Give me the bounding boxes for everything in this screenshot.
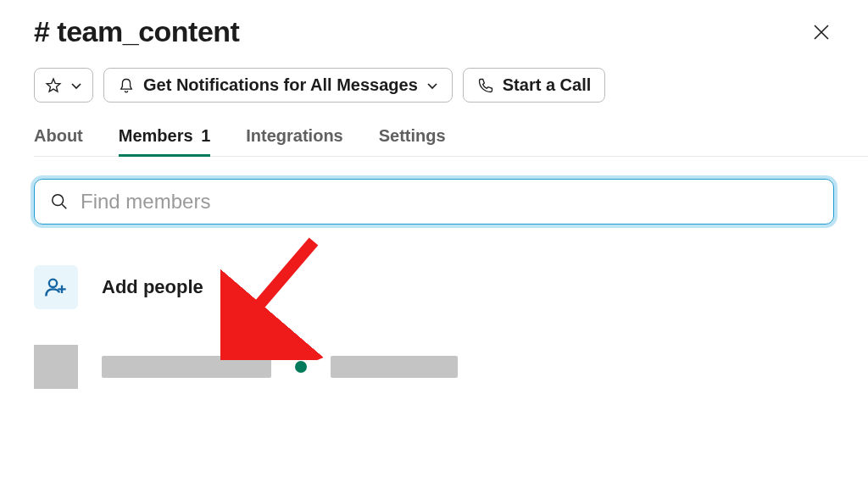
add-people-label: Add people: [102, 276, 203, 298]
star-icon: [45, 77, 62, 94]
person-add-icon: [44, 275, 68, 299]
search-input[interactable]: [81, 190, 818, 214]
toolbar: Get Notifications for All Messages Start…: [34, 68, 834, 103]
start-call-button[interactable]: Start a Call: [463, 68, 605, 103]
tab-about[interactable]: About: [34, 126, 83, 156]
notifications-button[interactable]: Get Notifications for All Messages: [103, 68, 453, 103]
tab-members-label: Members: [119, 126, 193, 145]
tab-integrations[interactable]: Integrations: [246, 126, 342, 156]
presence-indicator: [295, 361, 307, 373]
bell-icon: [118, 76, 135, 95]
member-row[interactable]: [34, 345, 834, 389]
member-meta-placeholder: [331, 356, 458, 378]
tab-members-count: 1: [201, 126, 210, 145]
close-button[interactable]: [809, 19, 834, 49]
svg-point-1: [49, 280, 57, 287]
search-field[interactable]: [34, 179, 834, 225]
svg-point-0: [53, 195, 64, 206]
close-icon: [812, 23, 831, 42]
star-dropdown-button[interactable]: [34, 68, 93, 103]
channel-title: # team_content: [34, 15, 239, 48]
member-name-placeholder: [102, 356, 271, 378]
chevron-down-icon: [70, 80, 82, 92]
add-people-button[interactable]: Add people: [34, 265, 834, 309]
search-icon: [50, 192, 69, 211]
notifications-label: Get Notifications for All Messages: [143, 75, 418, 95]
chevron-down-icon: [426, 80, 438, 92]
tab-members[interactable]: Members 1: [119, 126, 211, 156]
start-call-label: Start a Call: [503, 75, 591, 95]
tab-settings[interactable]: Settings: [379, 126, 446, 156]
add-people-icon-container: [34, 265, 78, 309]
tabs: About Members 1 Integrations Settings: [34, 126, 868, 157]
avatar: [34, 345, 78, 389]
phone-icon: [477, 77, 494, 94]
